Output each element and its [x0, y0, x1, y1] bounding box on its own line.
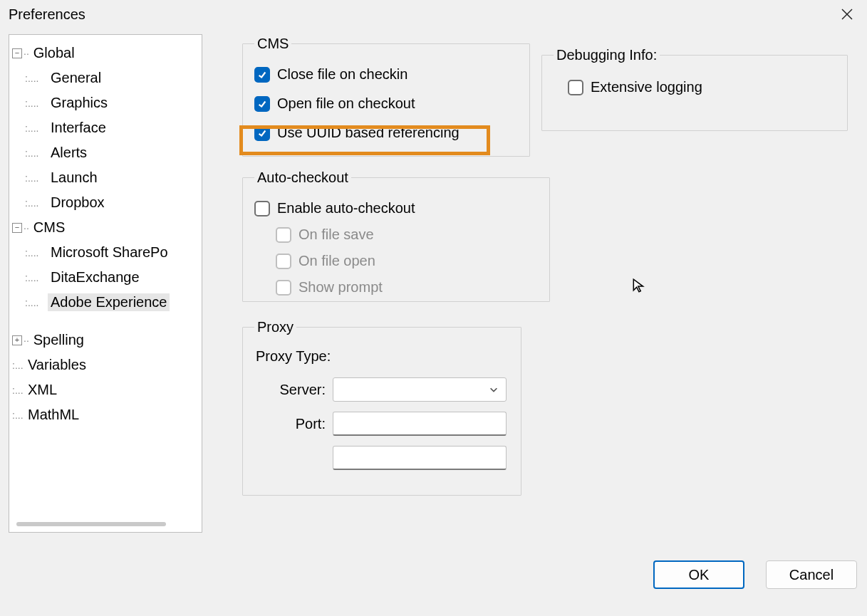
expand-icon[interactable]: +	[12, 335, 22, 345]
tree-node-xml[interactable]: :... XML	[12, 377, 200, 402]
tree-node-dropbox[interactable]: :....Dropbox	[25, 190, 200, 215]
tree-node-spelling[interactable]: + ·· Spelling	[12, 328, 200, 353]
tree-node-cms[interactable]: − ·· CMS	[12, 215, 200, 240]
port-label: Port:	[254, 416, 333, 432]
proxy-extra-input[interactable]	[333, 446, 507, 470]
debugging-group: Debugging Info: Extensive logging	[541, 47, 848, 131]
open-file-checkbox[interactable]	[254, 96, 270, 112]
window-title: Preferences	[6, 6, 840, 23]
on-file-save-checkbox	[276, 227, 291, 243]
tree-node-launch[interactable]: :....Launch	[25, 165, 200, 190]
auto-legend: Auto-checkout	[254, 169, 351, 186]
tree-node-mathml[interactable]: :... MathML	[12, 402, 200, 427]
auto-checkout-group: Auto-checkout Enable auto-checkout On fi…	[242, 169, 550, 302]
ok-button[interactable]: OK	[653, 560, 744, 589]
chevron-down-icon	[489, 385, 499, 395]
close-icon[interactable]	[840, 7, 854, 21]
tree-node-alerts[interactable]: :....Alerts	[25, 140, 200, 165]
server-combobox[interactable]	[333, 377, 507, 402]
on-file-save-label: On file save	[298, 226, 374, 243]
tree-node-interface[interactable]: :....Interface	[25, 115, 200, 140]
cms-group: CMS Close file on checkin Open file on c…	[242, 36, 530, 157]
collapse-icon[interactable]: −	[12, 223, 22, 233]
uuid-label: Use UUID based referencing	[277, 125, 460, 141]
uuid-checkbox[interactable]	[254, 125, 270, 141]
titlebar: Preferences	[0, 0, 867, 28]
tree-node-general[interactable]: :....General	[25, 66, 200, 90]
collapse-icon[interactable]: −	[12, 48, 22, 58]
proxy-group: Proxy Proxy Type: Server: Port:	[242, 319, 521, 496]
horizontal-scrollbar[interactable]	[16, 522, 166, 526]
nav-tree-panel: − ·· Global :....General :....Graphics :…	[9, 34, 202, 533]
dialog-buttons: OK Cancel	[653, 560, 857, 589]
cursor-icon	[631, 278, 647, 297]
cms-legend: CMS	[254, 36, 291, 52]
tree-node-sharepoint[interactable]: :....Microsoft SharePo	[25, 240, 200, 265]
extensive-logging-checkbox[interactable]	[568, 80, 583, 95]
open-file-label: Open file on checkout	[277, 95, 415, 112]
on-file-open-label: On file open	[298, 253, 375, 269]
close-file-checkbox[interactable]	[254, 67, 270, 83]
proxy-legend: Proxy	[254, 319, 296, 335]
server-label: Server:	[254, 382, 333, 398]
extensive-logging-label: Extensive logging	[591, 79, 702, 95]
preferences-dialog: Preferences − ·· Global :....General :..…	[0, 0, 867, 616]
tree-label-global: Global	[31, 44, 78, 62]
content-pane: CMS Close file on checkin Open file on c…	[214, 34, 858, 542]
close-file-label: Close file on checkin	[277, 66, 407, 83]
tree-node-adobe-experience[interactable]: :....Adobe Experience	[25, 290, 200, 315]
tree-label-cms: CMS	[31, 219, 68, 236]
tree-node-ditaexchange[interactable]: :....DitaExchange	[25, 265, 200, 290]
debug-legend: Debugging Info:	[554, 47, 660, 63]
show-prompt-label: Show prompt	[298, 279, 383, 296]
cancel-button[interactable]: Cancel	[766, 560, 857, 589]
tree-node-global[interactable]: − ·· Global	[12, 41, 200, 66]
enable-auto-checkout-checkbox[interactable]	[254, 201, 270, 216]
on-file-open-checkbox	[276, 254, 291, 269]
tree-node-graphics[interactable]: :....Graphics	[25, 90, 200, 115]
show-prompt-checkbox	[276, 280, 291, 296]
port-input[interactable]	[333, 412, 507, 436]
enable-auto-checkout-label: Enable auto-checkout	[277, 200, 415, 216]
tree-node-variables[interactable]: :... Variables	[12, 353, 200, 377]
proxy-type-label: Proxy Type:	[254, 348, 509, 365]
